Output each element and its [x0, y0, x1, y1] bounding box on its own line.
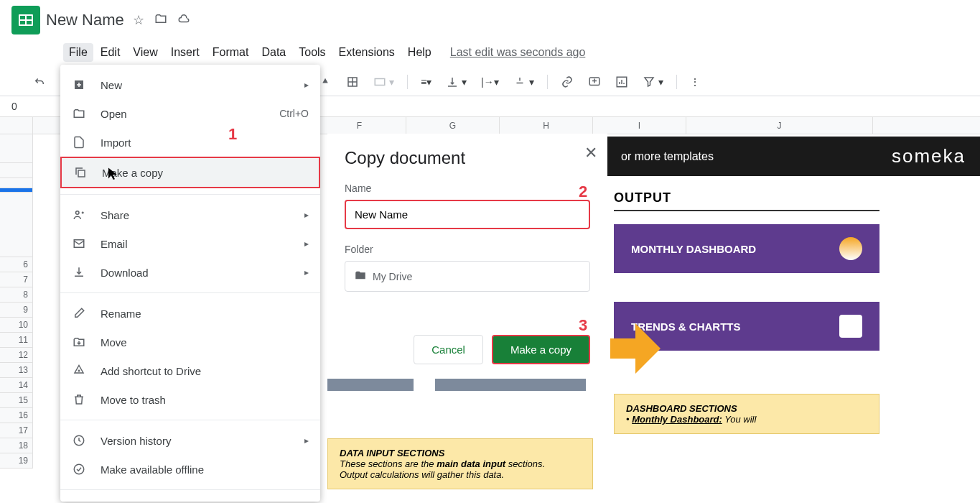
text-rotation-button[interactable]: ▾: [509, 73, 538, 91]
menu-label: New: [101, 79, 122, 91]
menu-insert[interactable]: Insert: [165, 43, 205, 62]
row-header[interactable]: [0, 193, 33, 257]
menu-item-import[interactable]: Import: [60, 128, 320, 157]
menu-format[interactable]: Format: [207, 43, 255, 62]
menu-item-move-trash[interactable]: Move to trash: [60, 385, 320, 414]
copy-icon: [73, 165, 88, 180]
row-header[interactable]: 15: [0, 393, 33, 408]
menu-item-rename[interactable]: Rename: [60, 299, 320, 328]
horizontal-align-button[interactable]: ≡▾: [416, 73, 436, 91]
monthly-dashboard-card[interactable]: MONTHLY DASHBOARD: [614, 224, 879, 273]
folder-icon: [72, 106, 86, 121]
menu-label: Move to trash: [101, 394, 166, 406]
menu-shortcut: Ctrl+O: [279, 108, 309, 119]
row-header[interactable]: [0, 178, 33, 188]
menu-label: Open: [101, 108, 127, 120]
formula-value: 0: [11, 101, 17, 112]
menu-file[interactable]: File: [63, 43, 93, 62]
menu-item-move[interactable]: Move: [60, 328, 320, 356]
insert-chart-button[interactable]: [611, 73, 633, 91]
svg-rect-15: [78, 170, 85, 177]
menu-item-new[interactable]: New ▸: [60, 70, 320, 99]
row-header[interactable]: 18: [0, 438, 33, 453]
menu-edit[interactable]: Edit: [95, 43, 126, 62]
menu-tools[interactable]: Tools: [293, 43, 331, 62]
row-header[interactable]: [0, 163, 33, 178]
toolbar-separator: [547, 75, 548, 89]
menu-label: Email: [101, 238, 128, 250]
select-all-corner[interactable]: [0, 117, 33, 134]
menu-item-make-copy[interactable]: Make a copy: [60, 157, 320, 188]
row-header[interactable]: 17: [0, 423, 33, 438]
chevron-right-icon: ▸: [304, 267, 309, 277]
copy-document-dialog: Copy document ✕ Name Folder My Drive Can…: [327, 134, 607, 379]
row-header[interactable]: 6: [0, 257, 33, 272]
undo-button[interactable]: [29, 73, 50, 91]
borders-button[interactable]: [342, 73, 363, 91]
menu-item-version-history[interactable]: Version history ▸: [60, 426, 320, 455]
sheets-logo[interactable]: [11, 6, 40, 34]
row-header[interactable]: 13: [0, 363, 33, 378]
star-icon[interactable]: ☆: [133, 12, 144, 29]
menu-item-share[interactable]: Share ▸: [60, 200, 320, 229]
make-copy-button[interactable]: Make a copy: [492, 335, 590, 364]
row-header[interactable]: 7: [0, 272, 33, 287]
insert-link-button[interactable]: [556, 73, 578, 91]
menu-item-open[interactable]: Open Ctrl+O: [60, 99, 320, 128]
menu-item-email[interactable]: Email ▸: [60, 229, 320, 258]
column-header[interactable]: G: [406, 117, 500, 134]
row-header[interactable]: 16: [0, 408, 33, 423]
annotation-1: 1: [228, 125, 237, 144]
cloud-status-icon[interactable]: [177, 12, 190, 29]
text-wrap-button[interactable]: |→▾: [477, 73, 503, 91]
trash-icon: [72, 392, 86, 407]
toolbar-separator: [407, 75, 408, 89]
move-folder-icon[interactable]: [154, 12, 167, 29]
column-header[interactable]: F: [313, 117, 406, 134]
annotation-2: 2: [579, 183, 587, 201]
row-header[interactable]: 12: [0, 348, 33, 363]
column-header[interactable]: H: [500, 117, 593, 134]
import-icon: [72, 135, 86, 149]
output-header: OUTPUT: [614, 190, 879, 211]
insert-comment-button[interactable]: [584, 73, 605, 91]
calendar-icon: [839, 237, 862, 260]
last-edit-link[interactable]: Last edit was seconds ago: [444, 43, 592, 62]
move-icon: [72, 335, 86, 349]
chevron-right-icon: ▸: [304, 80, 309, 90]
svg-point-16: [76, 211, 80, 215]
column-header[interactable]: I: [593, 117, 686, 134]
menu-view[interactable]: View: [127, 43, 163, 62]
merge-cells-button[interactable]: ▾: [369, 73, 398, 91]
row-header[interactable]: 8: [0, 287, 33, 303]
menu-separator: [60, 194, 320, 195]
filter-button[interactable]: ▾: [638, 73, 668, 91]
menu-item-add-shortcut[interactable]: Add shortcut to Drive: [60, 356, 320, 385]
cancel-button[interactable]: Cancel: [414, 335, 483, 364]
row-header[interactable]: 9: [0, 303, 33, 318]
chevron-right-icon: ▸: [304, 435, 309, 446]
vertical-align-button[interactable]: ▾: [442, 73, 471, 91]
dashboard-info-box: DASHBOARD SECTIONS • Monthly Dashboard: …: [614, 394, 879, 434]
row-header[interactable]: 11: [0, 333, 33, 348]
menu-item-available-offline[interactable]: Make available offline: [60, 455, 320, 484]
menu-data[interactable]: Data: [256, 43, 291, 62]
info-bold: Monthly Dashboard:: [632, 414, 722, 425]
menu-item-download[interactable]: Download ▸: [60, 258, 320, 287]
row-header[interactable]: 14: [0, 378, 33, 393]
info-header: DATA INPUT SECTIONS: [340, 448, 444, 458]
row-header[interactable]: 19: [0, 453, 33, 469]
close-button[interactable]: ✕: [584, 144, 597, 162]
menu-help[interactable]: Help: [402, 43, 437, 62]
menu-separator: [60, 420, 320, 420]
row-header[interactable]: [0, 134, 33, 163]
data-input-info-box: DATA INPUT SECTIONS These sections are t…: [327, 438, 593, 489]
row-header[interactable]: 10: [0, 318, 33, 333]
column-header[interactable]: J: [686, 117, 873, 134]
folder-picker[interactable]: My Drive: [345, 261, 590, 292]
document-title[interactable]: New Name: [46, 11, 124, 29]
more-toolbar-button[interactable]: ⋮: [686, 73, 704, 91]
name-input[interactable]: [345, 200, 590, 229]
share-icon: [72, 208, 86, 222]
menu-extensions[interactable]: Extensions: [333, 43, 401, 62]
